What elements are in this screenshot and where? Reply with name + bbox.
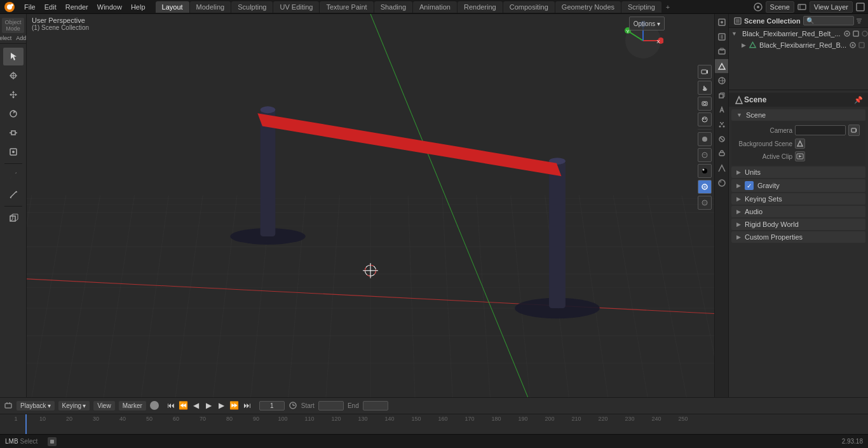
material-properties-tab[interactable] [715,176,729,190]
playback-chevron: ▾ [48,402,51,409]
tab-texture-paint[interactable]: Texture Paint [320,1,373,13]
menu-file[interactable]: File [20,2,39,12]
add-menu[interactable]: Add [14,34,28,42]
constraints-properties-tab[interactable] [715,147,729,161]
tab-shading[interactable]: Shading [374,1,412,13]
start-frame-input[interactable]: 1 [318,401,344,411]
units-section-header[interactable]: ▶ Units [731,166,865,178]
rigid-body-world-header[interactable]: ▶ Rigid Body World [731,219,865,230]
prev-frame-button[interactable]: ◀ [191,400,202,411]
current-frame-input[interactable]: 1 [259,401,285,411]
tab-scripting[interactable]: Scripting [621,1,661,13]
svg-text:X: X [656,39,660,44]
render-properties-tab[interactable] [715,15,729,29]
audio-section-header[interactable]: ▶ Audio [731,206,865,217]
viewport-render-btn[interactable] [698,112,712,126]
viewport-shading-solid[interactable] [698,132,712,146]
end-frame-input[interactable]: 250 [363,401,388,411]
viewport-camera-btn[interactable] [698,65,712,79]
timeline-frames[interactable]: 1 10 20 30 40 50 60 70 80 90 100 110 120… [0,414,868,434]
tab-sculpting[interactable]: Sculpting [231,1,273,13]
add-workspace-button[interactable]: + [662,1,674,13]
viewport-xray-btn[interactable] [698,196,712,210]
object-properties-tab[interactable] [715,88,729,102]
gravity-section-header[interactable]: ▶ ✓ Gravity [731,179,865,192]
frame-num-30: 30 [83,416,109,422]
add-cube-tool[interactable] [3,209,24,227]
play-button[interactable]: ▶ [203,400,215,411]
move-tool[interactable] [3,86,24,104]
viewport-camera2-btn[interactable] [698,97,712,111]
viewport-mode: User Perspective [32,17,89,24]
tab-layout[interactable]: Layout [156,1,189,13]
modifier-properties-tab[interactable] [715,103,729,117]
menu-window[interactable]: Window [93,2,126,12]
restrict-viewport-icon[interactable] [843,30,851,37]
options-button[interactable]: Options ▾ [629,17,665,31]
tab-modeling[interactable]: Modeling [190,1,231,13]
restrict-render-icon[interactable] [852,30,860,37]
measure-tool[interactable] [3,186,24,203]
world-properties-tab[interactable] [715,74,729,88]
object-mode-selector[interactable]: Object Mode [2,18,24,33]
jump-to-start-button[interactable]: ⏮ [165,400,177,411]
menu-edit[interactable]: Edit [41,2,60,12]
view-menu[interactable]: View [93,401,115,411]
marker-menu[interactable]: Marker [119,401,146,411]
outliner-item[interactable]: ▶ Black_Flexibarrier_Red_B... [729,39,868,51]
output-properties-tab[interactable] [715,30,729,44]
next-keyframe-button[interactable]: ⏩ [229,400,240,411]
next-frame-button[interactable]: ▶ [216,400,227,411]
record-button[interactable] [150,401,159,410]
annotate-tool[interactable] [3,166,24,184]
scene-selector[interactable]: Scene [766,1,794,13]
tab-compositing[interactable]: Compositing [503,1,555,13]
outliner-filter-icon[interactable] [855,17,863,25]
custom-properties-header[interactable]: ▶ Custom Properties [731,231,865,243]
playback-menu[interactable]: Playback ▾ [17,401,55,411]
scene-properties-pin[interactable]: 📌 [854,96,863,104]
tab-animation[interactable]: Animation [413,1,457,13]
viewlayer-properties-tab[interactable] [715,44,729,58]
viewport[interactable]: User Perspective (1) Scene Collection [27,14,714,397]
physics-properties-tab[interactable] [715,132,729,146]
svg-point-107 [723,126,725,128]
prev-keyframe-button[interactable]: ⏪ [178,400,189,411]
scene-properties-tab[interactable] [715,59,729,73]
units-chevron: ▶ [736,169,741,175]
tab-uv-editing[interactable]: UV Editing [273,1,319,13]
cursor-tool[interactable] [3,67,24,85]
data-properties-tab[interactable] [715,161,729,175]
menu-render[interactable]: Render [62,2,92,12]
svg-rect-58 [261,110,276,236]
keying-sets-header[interactable]: ▶ Keying Sets [731,193,865,205]
active-clip-icon[interactable] [795,151,805,161]
particles-properties-tab[interactable] [715,118,729,132]
select-tool[interactable] [3,48,24,65]
gravity-checkbox[interactable]: ✓ [745,181,754,190]
tab-geometry-nodes[interactable]: Geometry Nodes [555,1,621,13]
restrict-viewport-icon-2[interactable] [849,41,857,49]
view-layer-selector[interactable]: View Layer [810,1,853,13]
jump-to-end-button[interactable]: ⏭ [241,400,253,411]
viewport-overlay-btn[interactable] [698,180,712,194]
scene-section-header[interactable]: ▼ Scene [731,109,865,121]
tab-rendering[interactable]: Rendering [458,1,503,13]
camera-browse-btn[interactable] [848,125,860,136]
transform-tool[interactable] [3,143,24,161]
outliner-item[interactable]: ▼ Black_Flexibarrier_Red_Belt_... [729,28,868,39]
background-scene-icon[interactable] [795,139,805,149]
camera-value[interactable] [795,125,846,135]
rotate-tool[interactable] [3,105,24,123]
scale-tool[interactable] [3,124,24,142]
restrict-render-icon-2[interactable] [858,41,865,49]
outliner-search[interactable] [803,16,854,25]
viewport-shading-material[interactable] [698,148,712,162]
viewport-shading-rendered[interactable] [698,164,712,178]
menu-help[interactable]: Help [127,2,149,12]
select-menu[interactable]: Select [0,34,13,42]
audio-section: ▶ Audio [731,206,865,217]
restrict-hide-icon[interactable] [861,30,868,37]
viewport-hand-btn[interactable] [698,81,712,95]
keying-menu[interactable]: Keying ▾ [58,401,90,411]
